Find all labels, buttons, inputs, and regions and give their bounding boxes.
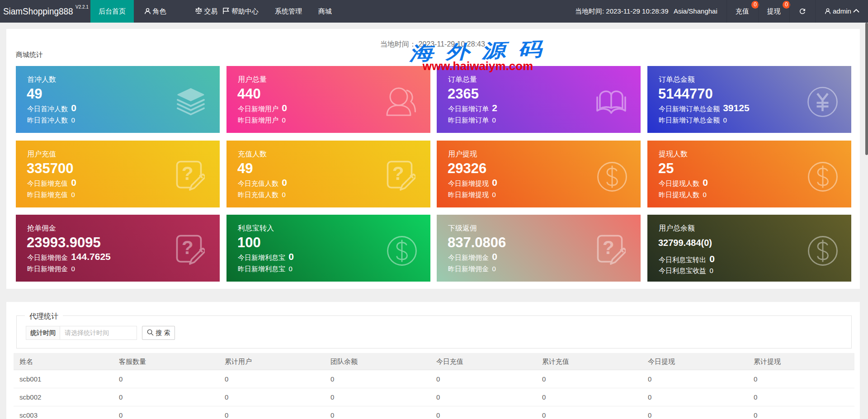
svg-text:?: ?: [182, 237, 193, 258]
svg-text:?: ?: [182, 163, 193, 184]
svg-text:?: ?: [392, 163, 404, 184]
svg-text:?: ?: [603, 237, 614, 258]
